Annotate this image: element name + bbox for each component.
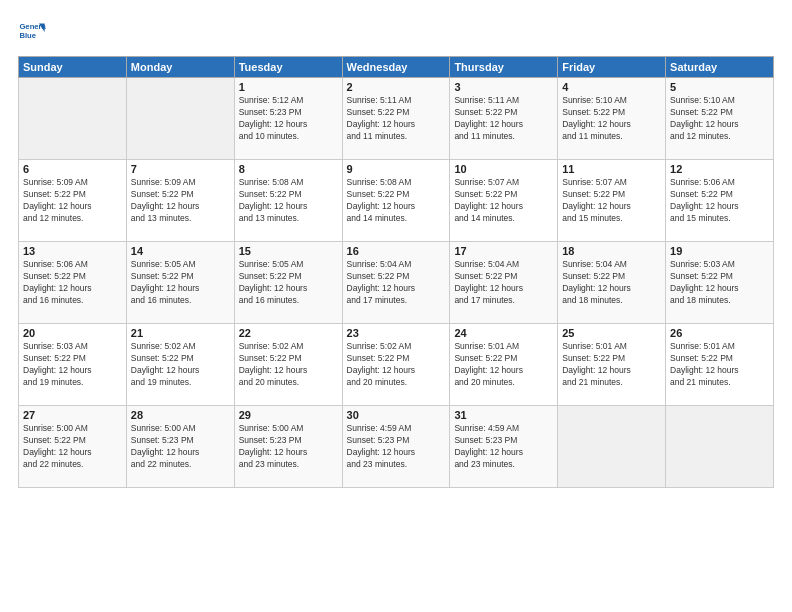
week-row-5: 27Sunrise: 5:00 AM Sunset: 5:22 PM Dayli… <box>19 406 774 488</box>
day-info: Sunrise: 5:10 AM Sunset: 5:22 PM Dayligh… <box>670 95 769 143</box>
calendar-cell: 29Sunrise: 5:00 AM Sunset: 5:23 PM Dayli… <box>234 406 342 488</box>
week-row-3: 13Sunrise: 5:06 AM Sunset: 5:22 PM Dayli… <box>19 242 774 324</box>
day-info: Sunrise: 5:07 AM Sunset: 5:22 PM Dayligh… <box>454 177 553 225</box>
day-number: 9 <box>347 163 446 175</box>
weekday-friday: Friday <box>558 57 666 78</box>
day-number: 18 <box>562 245 661 257</box>
day-number: 12 <box>670 163 769 175</box>
calendar-cell: 5Sunrise: 5:10 AM Sunset: 5:22 PM Daylig… <box>666 78 774 160</box>
calendar-cell: 22Sunrise: 5:02 AM Sunset: 5:22 PM Dayli… <box>234 324 342 406</box>
day-info: Sunrise: 5:03 AM Sunset: 5:22 PM Dayligh… <box>670 259 769 307</box>
day-number: 21 <box>131 327 230 339</box>
week-row-2: 6Sunrise: 5:09 AM Sunset: 5:22 PM Daylig… <box>19 160 774 242</box>
day-info: Sunrise: 5:08 AM Sunset: 5:22 PM Dayligh… <box>347 177 446 225</box>
day-info: Sunrise: 5:06 AM Sunset: 5:22 PM Dayligh… <box>23 259 122 307</box>
calendar-cell <box>666 406 774 488</box>
day-info: Sunrise: 5:08 AM Sunset: 5:22 PM Dayligh… <box>239 177 338 225</box>
calendar: SundayMondayTuesdayWednesdayThursdayFrid… <box>18 56 774 488</box>
calendar-cell: 25Sunrise: 5:01 AM Sunset: 5:22 PM Dayli… <box>558 324 666 406</box>
calendar-cell: 31Sunrise: 4:59 AM Sunset: 5:23 PM Dayli… <box>450 406 558 488</box>
day-info: Sunrise: 5:04 AM Sunset: 5:22 PM Dayligh… <box>562 259 661 307</box>
week-row-1: 1Sunrise: 5:12 AM Sunset: 5:23 PM Daylig… <box>19 78 774 160</box>
day-info: Sunrise: 5:12 AM Sunset: 5:23 PM Dayligh… <box>239 95 338 143</box>
day-info: Sunrise: 5:11 AM Sunset: 5:22 PM Dayligh… <box>454 95 553 143</box>
day-info: Sunrise: 5:11 AM Sunset: 5:22 PM Dayligh… <box>347 95 446 143</box>
calendar-cell <box>126 78 234 160</box>
day-number: 3 <box>454 81 553 93</box>
weekday-thursday: Thursday <box>450 57 558 78</box>
day-number: 26 <box>670 327 769 339</box>
calendar-cell: 16Sunrise: 5:04 AM Sunset: 5:22 PM Dayli… <box>342 242 450 324</box>
day-number: 19 <box>670 245 769 257</box>
calendar-cell: 12Sunrise: 5:06 AM Sunset: 5:22 PM Dayli… <box>666 160 774 242</box>
logo: General Blue <box>18 18 49 46</box>
calendar-cell: 24Sunrise: 5:01 AM Sunset: 5:22 PM Dayli… <box>450 324 558 406</box>
calendar-cell: 11Sunrise: 5:07 AM Sunset: 5:22 PM Dayli… <box>558 160 666 242</box>
day-number: 20 <box>23 327 122 339</box>
day-info: Sunrise: 5:04 AM Sunset: 5:22 PM Dayligh… <box>347 259 446 307</box>
calendar-cell: 6Sunrise: 5:09 AM Sunset: 5:22 PM Daylig… <box>19 160 127 242</box>
day-number: 30 <box>347 409 446 421</box>
day-number: 11 <box>562 163 661 175</box>
calendar-cell: 21Sunrise: 5:02 AM Sunset: 5:22 PM Dayli… <box>126 324 234 406</box>
weekday-sunday: Sunday <box>19 57 127 78</box>
day-number: 4 <box>562 81 661 93</box>
day-number: 5 <box>670 81 769 93</box>
day-info: Sunrise: 5:00 AM Sunset: 5:22 PM Dayligh… <box>23 423 122 471</box>
calendar-cell: 20Sunrise: 5:03 AM Sunset: 5:22 PM Dayli… <box>19 324 127 406</box>
day-number: 16 <box>347 245 446 257</box>
calendar-cell <box>558 406 666 488</box>
calendar-cell: 28Sunrise: 5:00 AM Sunset: 5:23 PM Dayli… <box>126 406 234 488</box>
day-info: Sunrise: 5:10 AM Sunset: 5:22 PM Dayligh… <box>562 95 661 143</box>
calendar-cell: 27Sunrise: 5:00 AM Sunset: 5:22 PM Dayli… <box>19 406 127 488</box>
day-number: 31 <box>454 409 553 421</box>
day-info: Sunrise: 5:02 AM Sunset: 5:22 PM Dayligh… <box>239 341 338 389</box>
calendar-cell: 10Sunrise: 5:07 AM Sunset: 5:22 PM Dayli… <box>450 160 558 242</box>
day-info: Sunrise: 5:04 AM Sunset: 5:22 PM Dayligh… <box>454 259 553 307</box>
calendar-cell: 4Sunrise: 5:10 AM Sunset: 5:22 PM Daylig… <box>558 78 666 160</box>
calendar-cell: 19Sunrise: 5:03 AM Sunset: 5:22 PM Dayli… <box>666 242 774 324</box>
day-info: Sunrise: 5:02 AM Sunset: 5:22 PM Dayligh… <box>347 341 446 389</box>
day-number: 24 <box>454 327 553 339</box>
day-info: Sunrise: 5:01 AM Sunset: 5:22 PM Dayligh… <box>562 341 661 389</box>
calendar-cell: 14Sunrise: 5:05 AM Sunset: 5:22 PM Dayli… <box>126 242 234 324</box>
weekday-wednesday: Wednesday <box>342 57 450 78</box>
day-info: Sunrise: 5:01 AM Sunset: 5:22 PM Dayligh… <box>670 341 769 389</box>
calendar-cell: 2Sunrise: 5:11 AM Sunset: 5:22 PM Daylig… <box>342 78 450 160</box>
week-row-4: 20Sunrise: 5:03 AM Sunset: 5:22 PM Dayli… <box>19 324 774 406</box>
day-number: 17 <box>454 245 553 257</box>
svg-text:Blue: Blue <box>19 31 36 40</box>
calendar-cell: 3Sunrise: 5:11 AM Sunset: 5:22 PM Daylig… <box>450 78 558 160</box>
day-info: Sunrise: 5:05 AM Sunset: 5:22 PM Dayligh… <box>131 259 230 307</box>
page: General Blue SundayMondayTuesdayWednesda… <box>0 0 792 612</box>
weekday-header-row: SundayMondayTuesdayWednesdayThursdayFrid… <box>19 57 774 78</box>
logo-icon: General Blue <box>18 18 46 46</box>
day-number: 6 <box>23 163 122 175</box>
day-info: Sunrise: 4:59 AM Sunset: 5:23 PM Dayligh… <box>347 423 446 471</box>
day-number: 7 <box>131 163 230 175</box>
calendar-cell: 30Sunrise: 4:59 AM Sunset: 5:23 PM Dayli… <box>342 406 450 488</box>
day-info: Sunrise: 4:59 AM Sunset: 5:23 PM Dayligh… <box>454 423 553 471</box>
day-number: 15 <box>239 245 338 257</box>
day-info: Sunrise: 5:03 AM Sunset: 5:22 PM Dayligh… <box>23 341 122 389</box>
day-number: 10 <box>454 163 553 175</box>
calendar-cell: 23Sunrise: 5:02 AM Sunset: 5:22 PM Dayli… <box>342 324 450 406</box>
day-info: Sunrise: 5:01 AM Sunset: 5:22 PM Dayligh… <box>454 341 553 389</box>
weekday-monday: Monday <box>126 57 234 78</box>
day-number: 8 <box>239 163 338 175</box>
weekday-tuesday: Tuesday <box>234 57 342 78</box>
calendar-cell: 17Sunrise: 5:04 AM Sunset: 5:22 PM Dayli… <box>450 242 558 324</box>
day-info: Sunrise: 5:09 AM Sunset: 5:22 PM Dayligh… <box>131 177 230 225</box>
calendar-cell: 18Sunrise: 5:04 AM Sunset: 5:22 PM Dayli… <box>558 242 666 324</box>
day-number: 14 <box>131 245 230 257</box>
calendar-cell <box>19 78 127 160</box>
day-number: 13 <box>23 245 122 257</box>
calendar-cell: 15Sunrise: 5:05 AM Sunset: 5:22 PM Dayli… <box>234 242 342 324</box>
calendar-cell: 9Sunrise: 5:08 AM Sunset: 5:22 PM Daylig… <box>342 160 450 242</box>
day-number: 28 <box>131 409 230 421</box>
day-number: 22 <box>239 327 338 339</box>
day-number: 25 <box>562 327 661 339</box>
calendar-cell: 8Sunrise: 5:08 AM Sunset: 5:22 PM Daylig… <box>234 160 342 242</box>
day-info: Sunrise: 5:00 AM Sunset: 5:23 PM Dayligh… <box>131 423 230 471</box>
day-info: Sunrise: 5:02 AM Sunset: 5:22 PM Dayligh… <box>131 341 230 389</box>
